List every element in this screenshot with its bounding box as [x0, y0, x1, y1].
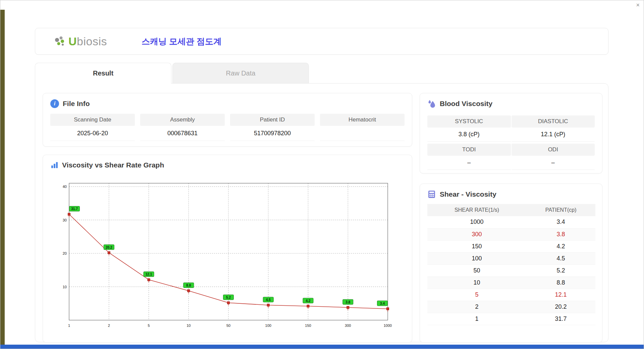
- tab-result[interactable]: Result: [35, 63, 171, 84]
- ubiosis-logo: Ubiosis: [54, 35, 107, 48]
- table-row: 300 3.8: [427, 228, 595, 240]
- field-label: Assembly: [140, 114, 225, 126]
- svg-text:300: 300: [345, 323, 351, 328]
- blood-viscosity-header: Blood Viscosity: [420, 93, 602, 108]
- file-info-card: i File Info Scanning Date 2025-06-20 Ass…: [43, 93, 412, 147]
- table-row: 150 4.2: [427, 240, 595, 252]
- svg-text:20: 20: [63, 251, 67, 255]
- patient-cell: 3.8: [526, 228, 595, 240]
- svg-text:50: 50: [226, 323, 230, 328]
- shear-viscosity-table: SHEAR RATE(1/s) PATIENT(cp) 1000 3.4 300…: [427, 204, 595, 325]
- tab-raw-data[interactable]: Raw Data: [172, 63, 309, 83]
- svg-text:31.7: 31.7: [71, 207, 78, 211]
- field-patient-id: Patient ID 51700978200: [230, 114, 315, 141]
- result-panel: i File Info Scanning Date 2025-06-20 Ass…: [35, 83, 608, 342]
- graph-header: Viscosity vs Shear Rate Graph: [43, 155, 412, 169]
- svg-text:150: 150: [305, 323, 311, 328]
- field-label: Hematocrit: [320, 114, 405, 126]
- svg-text:3.8: 3.8: [345, 300, 350, 304]
- app-title: 스캐닝 모세관 점도계: [142, 36, 222, 47]
- diastolic-value: 12.1 (cP): [512, 128, 595, 142]
- table-row: 2 20.2: [427, 301, 595, 313]
- desktop-edge-left: [0, 10, 5, 345]
- field-assembly: Assembly 000678631: [140, 114, 225, 141]
- col-patient: PATIENT(cp): [526, 204, 595, 216]
- graph-title: Viscosity vs Shear Rate Graph: [62, 161, 164, 169]
- table-icon: [427, 190, 436, 199]
- svg-text:2: 2: [108, 323, 110, 328]
- patient-cell: 12.1: [526, 289, 595, 301]
- svg-text:30: 30: [63, 218, 67, 222]
- col-shear-rate: SHEAR RATE(1/s): [427, 204, 526, 216]
- shear-cell: 5: [427, 289, 526, 301]
- svg-text:12.1: 12.1: [146, 272, 152, 276]
- field-value: [320, 126, 405, 141]
- file-info-title: File Info: [63, 100, 90, 108]
- shear-cell: 50: [427, 264, 526, 277]
- svg-text:1: 1: [68, 323, 70, 328]
- field-value: 51700978200: [230, 126, 315, 141]
- shear-viscosity-card: Shear - Viscosity SHEAR RATE(1/s) PATIEN…: [420, 184, 602, 343]
- table-header-row: SHEAR RATE(1/s) PATIENT(cp): [427, 204, 595, 216]
- svg-text:3.4: 3.4: [380, 302, 385, 305]
- logo-leaf-icon: [54, 36, 66, 47]
- systolic-label: SYSTOLIC: [427, 115, 511, 128]
- viscosity-chart: 102030401251050100150300100031.720.212.1…: [57, 180, 392, 331]
- table-row: 10 8.8: [427, 277, 595, 289]
- patient-cell: 5.2: [526, 264, 595, 277]
- diastolic-label: DIASTOLIC: [512, 115, 595, 128]
- file-info-fields: Scanning Date 2025-06-20 Assembly 000678…: [43, 108, 412, 141]
- droplet-icon: [427, 99, 436, 108]
- svg-text:5.2: 5.2: [226, 296, 231, 299]
- viscosity-graph-card: Viscosity vs Shear Rate Graph 1020304012…: [43, 155, 412, 343]
- viscosity-chart-svg: 102030401251050100150300100031.720.212.1…: [57, 180, 392, 331]
- patient-cell: 20.2: [526, 301, 595, 313]
- field-label: Scanning Date: [50, 114, 135, 126]
- svg-text:10: 10: [63, 285, 67, 289]
- svg-text:4.5: 4.5: [266, 298, 271, 302]
- shear-viscosity-header: Shear - Viscosity: [420, 184, 602, 199]
- todi-label: TODI: [427, 144, 511, 156]
- svg-text:100: 100: [265, 323, 271, 328]
- shear-cell: 1000: [427, 216, 526, 228]
- shear-cell: 10: [427, 277, 526, 289]
- window-close-button[interactable]: ×: [636, 2, 640, 9]
- bar-chart-icon: [50, 161, 58, 169]
- odi-value: –: [512, 156, 595, 170]
- patient-cell: 31.7: [526, 313, 595, 325]
- todi-value: –: [427, 156, 511, 170]
- shear-viscosity-title: Shear - Viscosity: [440, 190, 496, 198]
- svg-text:1000: 1000: [384, 323, 392, 328]
- tab-bar: Result Raw Data: [35, 63, 309, 84]
- patient-cell: 4.2: [526, 240, 595, 252]
- blood-viscosity-title: Blood Viscosity: [440, 100, 492, 108]
- svg-text:40: 40: [63, 185, 67, 189]
- app-window: × Ubiosis 스캐닝 모세관 점도계 Result Raw Data i …: [0, 0, 644, 349]
- table-row: 1 31.7: [427, 313, 595, 325]
- info-icon: i: [50, 99, 59, 108]
- shear-cell: 150: [427, 240, 526, 252]
- patient-cell: 8.8: [526, 277, 595, 289]
- shear-cell: 1: [427, 313, 526, 325]
- svg-text:20.2: 20.2: [106, 246, 112, 249]
- patient-cell: 3.4: [526, 216, 595, 228]
- table-row: 1000 3.4: [427, 216, 595, 228]
- shear-cell: 300: [427, 228, 526, 240]
- odi-label: ODI: [512, 144, 595, 156]
- blood-viscosity-grid: SYSTOLIC DIASTOLIC 3.8 (cP) 12.1 (cP) TO…: [420, 108, 602, 170]
- file-info-header: i File Info: [43, 93, 412, 108]
- field-scanning-date: Scanning Date 2025-06-20: [50, 114, 135, 141]
- shear-cell: 2: [427, 301, 526, 313]
- table-row: 100 4.5: [427, 252, 595, 264]
- logo-text: Ubiosis: [68, 35, 107, 48]
- field-label: Patient ID: [230, 114, 315, 126]
- svg-text:4.2: 4.2: [306, 299, 311, 303]
- table-row: 50 5.2: [427, 264, 595, 277]
- desktop-edge-bottom: [0, 345, 644, 349]
- shear-cell: 100: [427, 252, 526, 264]
- app-header: Ubiosis 스캐닝 모세관 점도계: [35, 28, 608, 55]
- svg-text:8.8: 8.8: [186, 284, 191, 287]
- svg-text:10: 10: [186, 323, 191, 328]
- patient-cell: 4.5: [526, 252, 595, 264]
- field-value: 000678631: [140, 126, 225, 141]
